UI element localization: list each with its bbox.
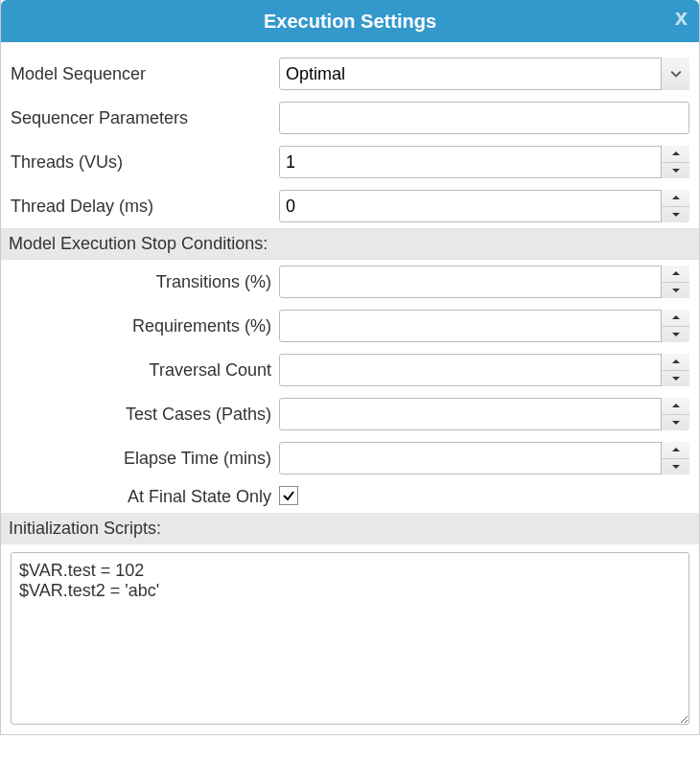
- dialog-title: Execution Settings: [264, 11, 436, 33]
- check-icon: [282, 489, 295, 502]
- row-traversal-count: Traversal Count: [1, 348, 699, 392]
- init-scripts-textarea[interactable]: [11, 552, 689, 725]
- thread-delay-input[interactable]: [279, 190, 689, 222]
- requirements-label: Requirements (%): [11, 316, 279, 336]
- sequencer-params-label: Sequencer Parameters: [11, 108, 279, 128]
- requirements-input[interactable]: [279, 310, 689, 342]
- close-button[interactable]: x: [675, 6, 688, 29]
- transitions-input[interactable]: [279, 266, 689, 298]
- traversal-count-label: Traversal Count: [11, 360, 279, 381]
- threads-label: Threads (VUs): [11, 152, 279, 173]
- row-threads: Threads (VUs): [1, 140, 699, 184]
- traversal-count-input[interactable]: [279, 354, 689, 386]
- at-final-state-checkbox[interactable]: [279, 486, 298, 505]
- model-sequencer-label: Model Sequencer: [11, 64, 279, 84]
- row-at-final-state: At Final State Only: [1, 480, 699, 513]
- init-scripts-header: Initialization Scripts:: [1, 513, 699, 544]
- model-sequencer-select[interactable]: Optimal: [279, 58, 689, 90]
- row-test-cases: Test Cases (Paths): [1, 392, 699, 436]
- titlebar: Execution Settings x: [1, 0, 699, 42]
- sequencer-params-input[interactable]: [279, 102, 689, 134]
- stop-conditions-header: Model Execution Stop Conditions:: [1, 228, 699, 260]
- row-thread-delay: Thread Delay (ms): [1, 184, 699, 228]
- dialog-body: Model Sequencer Optimal Sequencer Parame…: [1, 42, 699, 725]
- elapse-time-label: Elapse Time (mins): [11, 449, 279, 469]
- row-transitions: Transitions (%): [1, 260, 699, 304]
- row-requirements: Requirements (%): [1, 304, 699, 348]
- test-cases-label: Test Cases (Paths): [11, 405, 279, 425]
- thread-delay-label: Thread Delay (ms): [11, 197, 279, 217]
- row-elapse-time: Elapse Time (mins): [1, 436, 699, 480]
- execution-settings-dialog: Execution Settings x Model Sequencer Opt…: [0, 0, 700, 735]
- at-final-state-label: At Final State Only: [11, 487, 279, 507]
- transitions-label: Transitions (%): [11, 272, 279, 292]
- row-sequencer-params: Sequencer Parameters: [1, 96, 699, 140]
- test-cases-input[interactable]: [279, 398, 689, 430]
- row-model-sequencer: Model Sequencer Optimal: [1, 52, 699, 96]
- elapse-time-input[interactable]: [279, 442, 689, 474]
- threads-input[interactable]: [279, 146, 689, 178]
